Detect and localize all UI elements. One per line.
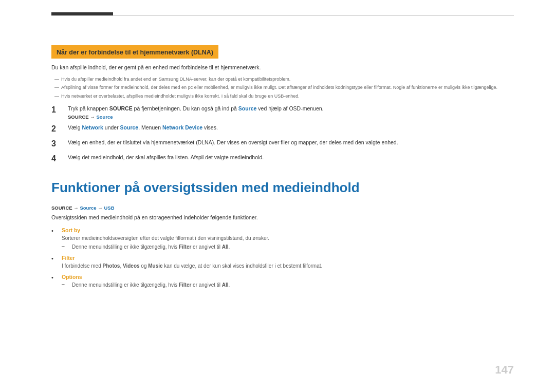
dlna-notes: Hvis du afspiller medieindhold fra andet…	[51, 76, 514, 100]
dlna-heading-box: Når der er forbindelse til et hjemmenetv…	[51, 45, 218, 59]
step-4: 4 Vælg det medieindhold, der skal afspil…	[51, 154, 514, 164]
step-2: 2 Vælg Network under Source. Menuen Netw…	[51, 124, 514, 135]
main-content: Når der er forbindelse til et hjemmenetv…	[51, 45, 514, 289]
step-3-text: Vælg en enhed, der er tilsluttet via hje…	[68, 139, 514, 147]
step-4-content: Vælg det medieindhold, der skal afspille…	[68, 154, 514, 162]
bullet-filter: • Filter I forbindelse med Photos, Video…	[51, 255, 514, 270]
step-2-text: Vælg Network under Source. Menuen Networ…	[68, 124, 514, 132]
dlna-section: Når der er forbindelse til et hjemmenetv…	[51, 45, 514, 164]
sort-by-sub: – Denne menuindstilling er ikke tilgænge…	[62, 243, 514, 251]
bullet-sort-by: • Sort by Sorterer medieindholdsoversigt…	[51, 227, 514, 251]
step-1-number: 1	[51, 105, 62, 116]
filter-content: Filter I forbindelse med Photos, Videos …	[62, 255, 514, 270]
dlna-note-3: Hvis netværket er overbelastet, afspille…	[51, 93, 514, 100]
bullet-dot-1: •	[51, 228, 58, 234]
step-3: 3 Vælg en enhed, der er tilsluttet via h…	[51, 139, 514, 150]
dlna-intro: Du kan afspille indhold, der er gemt på …	[51, 64, 514, 72]
main-section: Funktioner på oversigtssiden med mediein…	[51, 179, 514, 289]
dlna-note-2: Afspilning af visse former for medieindh…	[51, 84, 514, 91]
dlna-note-1: Hvis du afspiller medieindhold fra andet…	[51, 76, 514, 83]
step-1-content: Tryk på knappen SOURCE på fjernbetjening…	[68, 105, 514, 120]
options-content: Options – Denne menuindstilling er ikke …	[62, 274, 514, 289]
step-1-text: Tryk på knappen SOURCE på fjernbetjening…	[68, 105, 514, 113]
sub-dash-2: –	[62, 281, 68, 287]
step-1: 1 Tryk på knappen SOURCE på fjernbetjeni…	[51, 105, 514, 120]
sub-text-1: Denne menuindstilling er ikke tilgængeli…	[72, 243, 230, 251]
top-line	[51, 15, 514, 16]
bullet-dot-2: •	[51, 255, 58, 262]
sub-text-2: Denne menuindstilling er ikke tilgængeli…	[72, 281, 230, 289]
step-3-number: 3	[51, 139, 62, 150]
step-3-content: Vælg en enhed, der er tilsluttet via hje…	[68, 139, 514, 147]
overview-text: Oversigtssiden med medieindhold på en st…	[51, 214, 514, 222]
step-4-text: Vælg det medieindhold, der skal afspille…	[68, 154, 514, 162]
bullet-options: • Options – Denne menuindstilling er ikk…	[51, 274, 514, 289]
feature-list: • Sort by Sorterer medieindholdsoversigt…	[51, 227, 514, 289]
dlna-steps: 1 Tryk på knappen SOURCE på fjernbetjeni…	[51, 105, 514, 164]
filter-desc: I forbindelse med Photos, Videos og Musi…	[62, 262, 514, 270]
sort-by-content: Sort by Sorterer medieindholdsoversigten…	[62, 227, 514, 251]
source-path: SOURCE → Source → USB	[51, 205, 514, 211]
step-4-number: 4	[51, 154, 62, 164]
sort-by-desc: Sorterer medieindholdsoversigten efter d…	[62, 234, 514, 242]
step-2-content: Vælg Network under Source. Menuen Networ…	[68, 124, 514, 132]
step-1-cmd: SOURCE → Source	[68, 114, 514, 120]
page-number: 147	[495, 363, 514, 377]
step-2-number: 2	[51, 124, 62, 135]
bullet-dot-3: •	[51, 274, 58, 281]
filter-title: Filter	[62, 255, 514, 261]
options-sub: – Denne menuindstilling er ikke tilgænge…	[62, 281, 514, 289]
main-title: Funktioner på oversigtssiden med mediein…	[51, 179, 514, 197]
sub-dash-1: –	[62, 243, 68, 249]
options-title: Options	[62, 274, 514, 280]
sort-by-title: Sort by	[62, 227, 514, 233]
dlna-heading-text: Når der er forbindelse til et hjemmenetv…	[57, 49, 213, 56]
page: Når der er forbindelse til et hjemmenetv…	[0, 0, 555, 392]
